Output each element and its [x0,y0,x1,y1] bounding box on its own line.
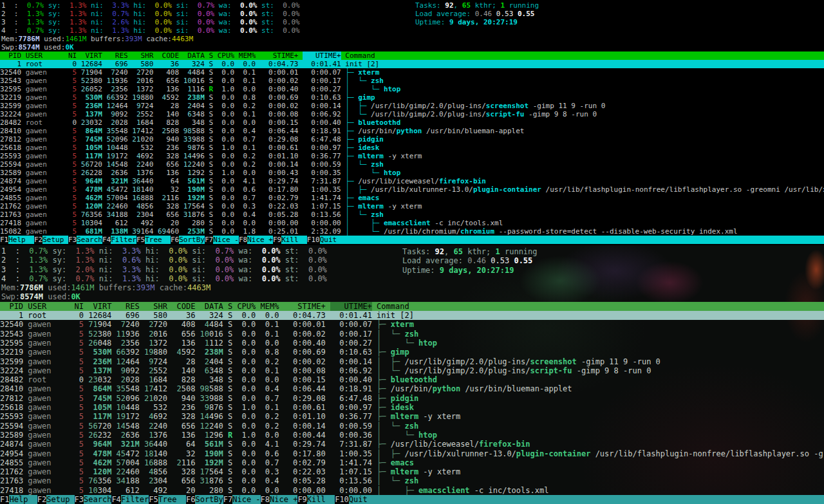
fkey-filter[interactable]: F4Filter [102,236,136,244]
fkey-tree[interactable]: F5Tree [136,236,171,244]
fkey-nice[interactable]: F8Nice + [261,495,298,504]
process-row-24874[interactable]: 24874gawen5964M321M3644064561MS0.04.10:2… [0,440,824,449]
col-state[interactable]: S [228,302,232,311]
col-cpu[interactable]: CPU% [218,51,234,60]
process-row-21762[interactable]: 21762gawen5120M22460485632817564S0.00.30… [0,467,824,476]
fkey-search[interactable]: F3Search [68,236,102,244]
process-row-21763[interactable]: 21763gawen57635634188230465631876S0.00.4… [0,210,824,219]
process-row-32599[interactable]: 32599gawen5236M124649724282404S0.00.20:0… [0,102,824,110]
process-row-32224[interactable]: 32224gawen5137M909225521406348S0.00.10:0… [0,366,824,375]
fkey-setup[interactable]: F2Setup [34,236,68,244]
col-res[interactable]: RES [111,302,139,311]
fkey-help[interactable]: F1Help [0,236,34,244]
process-row-21762[interactable]: 21762gawen5120M22460485632817564S0.00.30… [0,202,824,210]
col-stime[interactable]: STIME+ [260,51,299,60]
cell-cpu: 0.0 [237,366,256,375]
fkey-quit[interactable]: F10Quit [335,495,377,504]
process-row-32589[interactable]: 32589gawen526228263613761361292S1.00.00:… [0,169,824,177]
process-row-32540[interactable]: 32540gawen571904724027204084484S0.00.10:… [0,320,824,329]
fkey-sortby[interactable]: F6SortBy [171,236,205,244]
cell-command: │ └─ /usr/lib/gimp/2.0/plug-ins/script-f… [377,366,824,375]
process-row-27812[interactable]: 27812gawen5745M520962102094033988S0.00.7… [0,394,824,403]
process-row-27812[interactable]: 27812gawen5745M520962102094033988S0.00.7… [0,135,824,144]
fkey-nice[interactable]: F8Nice + [239,236,273,244]
col-command[interactable]: Command [377,302,824,311]
process-row-32543[interactable]: 32543gawen55238011936201665610016S0.00.1… [0,77,824,85]
process-row-1[interactable]: 1root01268469658036324S0.00.00:04.730:01… [0,311,824,320]
col-mem[interactable]: MEM% [261,302,279,311]
col-nice[interactable]: NI [64,51,77,60]
process-row-27418[interactable]: 27418gawen51030461249220280S0.00.00:00.0… [0,219,824,227]
process-row-25618[interactable]: 25618gawen5105M104485322369876S1.00.10:0… [0,144,824,152]
process-row-28482[interactable]: 28482root02303220281684828348S0.00.00:00… [0,118,824,127]
col-data[interactable]: DATA [195,302,223,311]
process-row-32589[interactable]: 32589gawen526232263613761361296R1.00.00:… [0,431,824,440]
col-virt[interactable]: VIRT [77,51,102,60]
cell-state: S [228,458,232,467]
process-row-32219[interactable]: 32219gawen5530M66392198804592238MS0.00.8… [0,93,824,102]
process-row-21763[interactable]: 21763gawen57635634188230465631876S0.00.4… [0,476,824,485]
cell-stime: 0:00.69 [260,93,299,102]
col-code[interactable]: CODE [153,51,179,60]
fkey-filter[interactable]: F4Filter [111,495,149,504]
cell-cpu: 0.0 [218,227,234,236]
col-pid[interactable]: PID [0,51,21,60]
process-row-32595[interactable]: 32595gawen526052235613721361116R1.00.00:… [0,85,824,93]
process-row-25618[interactable]: 25618gawen5105M104485322369876S1.00.10:0… [0,403,824,412]
cell-state: S [228,339,232,348]
fkey-nice[interactable]: F7Nice - [205,236,239,244]
process-row-24855[interactable]: 24855gawen5462M57004168882116192MS0.00.7… [0,194,824,202]
cell-pid: 32224 [0,110,21,118]
col-shr[interactable]: SHR [128,51,154,60]
col-user[interactable]: USER [28,302,70,311]
col-virt[interactable]: VIRT [84,302,111,311]
process-row-32224[interactable]: 32224gawen5137M909225521406348S0.00.10:0… [0,110,824,118]
col-res[interactable]: RES [102,51,128,60]
col-utime-sort[interactable]: UTIME+ [330,302,372,311]
process-row-15082[interactable]: 15082gawen5681M138M3916469460253MS0.01.8… [0,227,824,236]
col-utime-sort[interactable]: UTIME+ [303,51,341,60]
fkey-sortby[interactable]: F6SortBy [186,495,223,504]
fkey-setup[interactable]: F2Setup [37,495,75,504]
process-row-25593[interactable]: 25593gawen5117M19172469232814496S0.00.20… [0,152,824,160]
process-row-25593[interactable]: 25593gawen5117M19172469232814496S0.00.20… [0,412,824,421]
fkey-kill[interactable]: F9Kill [297,495,335,504]
process-row-28410[interactable]: 28410gawen5864M3554817412250898588S0.00.… [0,384,824,393]
process-row-32599[interactable]: 32599gawen5236M124649724282404S0.00.20:0… [0,357,824,366]
fkey-quit[interactable]: F10Quit [307,236,346,244]
process-row-28410[interactable]: 28410gawen5864M3554817412250898588S0.00.… [0,127,824,135]
process-row-24874[interactable]: 24874gawen5964M321M3644064561MS0.04.10:2… [0,177,824,185]
col-state[interactable]: S [209,51,213,60]
col-command[interactable]: Command [345,51,824,60]
process-row-32595[interactable]: 32595gawen526048235613721361112S0.00.00:… [0,339,824,348]
process-row-32540[interactable]: 32540gawen571904724027204084484S0.00.10:… [0,68,824,77]
col-mem[interactable]: MEM% [239,51,256,60]
col-cpu[interactable]: CPU% [237,302,256,311]
col-pid[interactable]: PID [0,302,23,311]
process-row-1[interactable]: 1root01268469658036324S0.00.00:04.730:01… [0,60,824,68]
process-row-28482[interactable]: 28482root02303220281684828348S0.00.00:00… [0,375,824,384]
col-shr[interactable]: SHR [140,302,167,311]
fkey-nice[interactable]: F7Nice - [223,495,261,504]
col-nice[interactable]: NI [70,302,84,311]
process-row-24855[interactable]: 24855gawen5462M57004168882116192MS0.00.7… [0,458,824,467]
cell-utime: 1:07.15 [303,202,341,210]
process-row-25594[interactable]: 25594gawen55672014548224065612240S0.00.2… [0,422,824,431]
col-data[interactable]: DATA [179,51,205,60]
fkey-help[interactable]: F1Help [0,495,37,504]
col-code[interactable]: CODE [167,302,195,311]
col-user[interactable]: USER [26,51,64,60]
cell-user: gawen [26,102,64,110]
cell-data: 10016 [179,77,205,85]
cell-res: 612 [102,219,128,227]
process-row-32219[interactable]: 32219gawen5530M66392198804592238MS0.00.8… [0,348,824,357]
process-row-25594[interactable]: 25594gawen55672014548224065612240S0.00.2… [0,160,824,169]
process-row-24954[interactable]: 24954gawen5478M454721814032190MS0.00.60:… [0,185,824,194]
col-stime[interactable]: STIME+ [284,302,326,311]
fkey-tree[interactable]: F5Tree [149,495,186,504]
process-row-32543[interactable]: 32543gawen55238011936201665610016S0.00.1… [0,330,824,339]
fkey-kill[interactable]: F9Kill [273,236,307,244]
fkey-search[interactable]: F3Search [75,495,112,504]
process-row-27418[interactable]: 27418gawen51030461249220280S0.00.00:00.0… [0,486,824,495]
process-row-24954[interactable]: 24954gawen5478M454721814032190MS0.00.60:… [0,449,824,458]
